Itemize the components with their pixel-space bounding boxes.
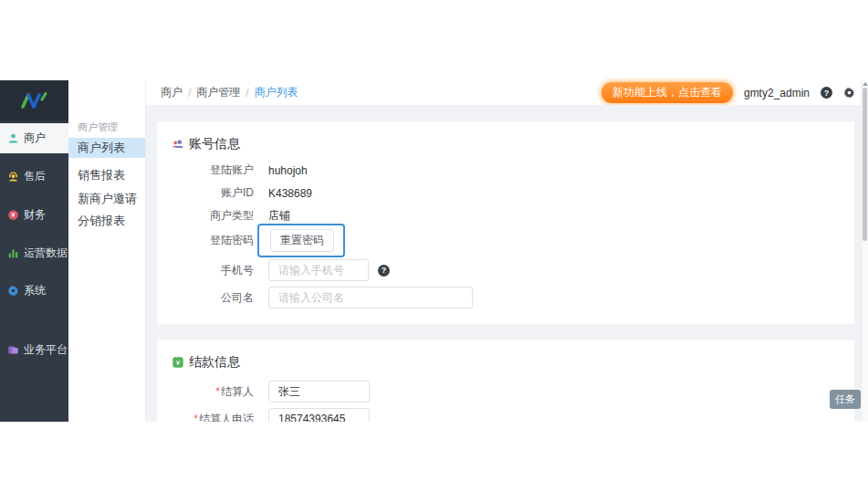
required-mark: *: [193, 413, 198, 423]
breadcrumb-merchant-list-current[interactable]: 商户列表: [255, 85, 298, 100]
sidebar-item-system[interactable]: 系统: [0, 279, 68, 301]
sidebar-item-label: 系统: [24, 283, 46, 298]
sidebar-item-label: 业务平台: [24, 342, 68, 358]
page-scrollbar[interactable]: [861, 80, 868, 422]
settings-gear-icon[interactable]: [843, 87, 855, 99]
main-content: 账号信息 登陆账户 huhojoh 账户ID K438689 商户类型 店铺 登…: [146, 105, 868, 422]
breadcrumb-separator: /: [246, 87, 248, 99]
platform-cards-icon: [7, 344, 19, 356]
merchant-type-row: 商户类型 店铺: [172, 208, 290, 224]
settlement-money-icon: ¥: [172, 356, 184, 369]
sidebar-item-label: 运营数据: [24, 246, 68, 261]
sidebar-item-business-platform[interactable]: 业务平台: [0, 339, 68, 361]
settlement-info-card: ¥ 结款信息 *结算人 *结算人电话: [157, 340, 854, 422]
breadcrumb-merchant[interactable]: 商户: [161, 85, 183, 100]
headset-icon: [7, 171, 19, 183]
phone-input[interactable]: [268, 259, 369, 281]
submenu-item-distribution-report[interactable]: 分销报表: [68, 211, 145, 231]
help-icon[interactable]: ?: [821, 87, 832, 99]
settlement-info-title-text: 结款信息: [189, 354, 240, 371]
scrollbar-thumb[interactable]: [863, 88, 867, 241]
svg-text:¥: ¥: [176, 359, 181, 367]
settler-input[interactable]: [268, 381, 370, 403]
merchant-person-icon: [7, 132, 19, 144]
sidebar-item-label: 财务: [24, 207, 46, 223]
settlement-info-title: ¥ 结款信息: [172, 354, 240, 371]
required-mark: *: [215, 385, 220, 398]
settler-phone-row: *结算人电话: [172, 408, 370, 422]
breadcrumb: 商户 / 商户管理 / 商户列表: [161, 85, 298, 100]
current-username[interactable]: gmty2_admin: [744, 87, 810, 99]
submenu-item-sales-report[interactable]: 销售报表: [68, 165, 145, 185]
account-people-icon: [172, 138, 184, 151]
submenu-group-title: 商户管理: [78, 120, 118, 134]
breadcrumb-separator: /: [188, 87, 191, 99]
merchant-type-value: 店铺: [268, 208, 290, 224]
top-bar-right: 新功能上线，点击查看 gmty2_admin ?: [601, 82, 855, 103]
new-feature-notice-badge[interactable]: 新功能上线，点击查看: [601, 82, 733, 103]
reset-password-button[interactable]: 重置密码: [270, 229, 334, 252]
sidebar-item-label: 商户: [24, 131, 46, 146]
app-logo[interactable]: [0, 80, 68, 120]
task-floating-tab[interactable]: 任务: [830, 390, 861, 409]
merchant-type-label: 商户类型: [172, 208, 254, 224]
settler-label: *结算人: [172, 384, 254, 400]
sidebar-item-merchant[interactable]: 商户: [0, 123, 68, 153]
sidebar-item-aftersales[interactable]: 售后: [0, 165, 68, 187]
phone-help-icon[interactable]: ?: [378, 265, 390, 277]
settler-row: *结算人: [172, 381, 370, 403]
logo-mark-icon: [19, 91, 50, 110]
sidebar-item-operations-data[interactable]: 运营数据: [0, 242, 68, 264]
scrollbar-up-arrow-icon[interactable]: [863, 82, 868, 86]
svg-text:¥: ¥: [12, 211, 16, 217]
account-id-label: 账户ID: [172, 185, 254, 201]
sidebar-item-finance[interactable]: ¥ 财务: [0, 204, 68, 225]
phone-row: 手机号 ?: [172, 259, 390, 281]
phone-label: 手机号: [172, 263, 254, 278]
account-info-title-text: 账号信息: [189, 136, 240, 152]
login-account-value: huhojoh: [268, 164, 308, 177]
company-row: 公司名: [172, 287, 473, 309]
gear-icon: [7, 285, 19, 297]
account-id-row: 账户ID K438689: [172, 185, 312, 201]
bar-chart-icon: [7, 247, 19, 259]
submenu-item-new-merchant-invite[interactable]: 新商户邀请: [68, 189, 145, 209]
primary-sidebar: 商户 售后 ¥ 财务 运营数据: [0, 80, 68, 422]
login-password-label: 登陆密码: [172, 233, 254, 248]
sidebar-item-label: 售后: [24, 169, 46, 184]
admin-app-window: 商户 售后 ¥ 财务 运营数据: [0, 80, 868, 422]
account-info-card: 账号信息 登陆账户 huhojoh 账户ID K438689 商户类型 店铺 登…: [157, 121, 854, 324]
company-input[interactable]: [268, 287, 473, 309]
yen-circle-icon: ¥: [7, 209, 19, 221]
breadcrumb-merchant-management[interactable]: 商户管理: [196, 85, 240, 100]
account-info-title: 账号信息: [172, 136, 240, 152]
submenu-item-merchant-list[interactable]: 商户列表: [68, 138, 145, 158]
login-account-row: 登陆账户 huhojoh: [172, 162, 308, 178]
login-password-row: 登陆密码 重置密码: [172, 224, 345, 257]
settler-phone-label: *结算人电话: [172, 412, 254, 423]
company-label: 公司名: [172, 290, 254, 306]
top-bar: 商户 / 商户管理 / 商户列表 新功能上线，点击查看 gmty2_admin …: [146, 80, 868, 105]
reset-password-focus-ring: 重置密码: [257, 224, 345, 257]
settler-phone-input[interactable]: [268, 408, 370, 422]
secondary-sidebar: 商户管理 商户列表 销售报表 新商户邀请 分销报表: [68, 80, 146, 422]
login-account-label: 登陆账户: [172, 162, 254, 178]
account-id-value: K438689: [268, 187, 312, 200]
